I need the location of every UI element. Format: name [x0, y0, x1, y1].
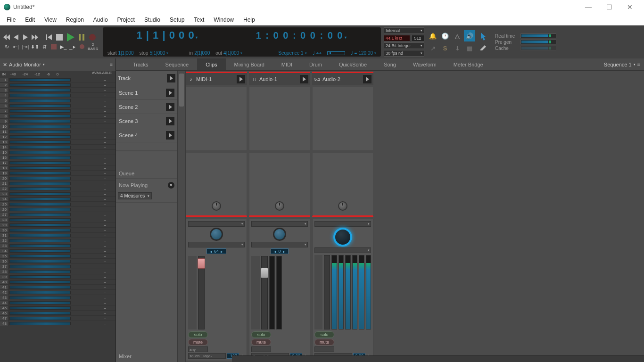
memory-cycle-button[interactable] [50, 43, 58, 50]
tab-drum[interactable]: Drum [301, 58, 330, 70]
mode-clock-icon[interactable]: 🕐 [439, 30, 451, 41]
tab-quickscribe[interactable]: QuickScribe [330, 58, 375, 70]
counter-out[interactable]: out 4|1|000▾ [215, 50, 242, 56]
tab-meter-bridge[interactable]: Meter Bridge [445, 58, 492, 70]
track-header-midi1[interactable]: ♪ MIDI-1 [186, 72, 247, 85]
sequence-selector[interactable]: Sequence 1▾≡ [600, 58, 644, 70]
rewind-button[interactable] [3, 33, 10, 41]
tempo-slider[interactable] [327, 51, 345, 55]
automation-mode[interactable] [251, 346, 271, 352]
mode-arrow-icon[interactable]: ↗ [427, 42, 438, 54]
automation-mode[interactable] [314, 346, 334, 352]
automation-mode[interactable]: any [188, 346, 208, 352]
close-button[interactable]: ✕ [619, 0, 640, 14]
mute-button[interactable]: mute [251, 339, 271, 346]
track-header-audio1[interactable]: ⎍ Audio-1 [249, 72, 310, 85]
mode-bell-icon[interactable]: 🔔 [427, 30, 438, 41]
pan-value[interactable]: 0 [271, 248, 288, 254]
link-button[interactable]: ⇵ [41, 43, 48, 50]
slave-sync-button[interactable]: ▶⎯ [59, 43, 67, 50]
countoff-button[interactable]: ⎯▶ [69, 43, 76, 50]
strip-insert-select[interactable]: ▾ [314, 247, 371, 253]
scene-play-button[interactable] [166, 117, 174, 125]
mode-metronome-icon[interactable]: △ [452, 30, 463, 41]
scene-row[interactable]: Scene 2 [116, 100, 177, 114]
pan-value[interactable]: 64 [206, 248, 226, 254]
strip-input-select[interactable]: ▾ [188, 221, 245, 227]
tab-mixing-board[interactable]: Mixing Board [226, 58, 273, 70]
clip-slot[interactable] [312, 87, 373, 151]
menu-text[interactable]: Text [189, 15, 209, 25]
sample-rate-select[interactable]: 44.1 kHz [384, 35, 410, 41]
step-back-button[interactable] [12, 33, 20, 41]
counter-start[interactable]: start 1|1|000 [107, 50, 133, 56]
track-play-button[interactable] [363, 75, 372, 83]
pan-knob[interactable] [273, 228, 286, 241]
track-play-button[interactable] [300, 75, 308, 83]
fader[interactable] [324, 255, 330, 329]
menu-view[interactable]: View [40, 15, 61, 25]
minimize-button[interactable]: ― [578, 0, 599, 14]
counter-sub[interactable]: 1 : 0 0 : 0 0 : 0 0▾ [256, 30, 347, 41]
clip-queue-slot[interactable] [186, 153, 247, 217]
bars-button[interactable]: 2BARS [88, 43, 98, 50]
fader-handle[interactable] [261, 268, 268, 278]
loop-button[interactable]: ↻ [3, 43, 10, 50]
counter-tempo[interactable]: ♩ = 120.00▾ [351, 50, 376, 56]
strip-input-select[interactable]: ▾ [314, 221, 371, 227]
menu-edit[interactable]: Edit [20, 15, 40, 25]
counter-timesig[interactable]: ♩4/4 [313, 50, 322, 56]
counter-main[interactable]: 1 | 1 | 0 0 0▾ [136, 29, 198, 41]
counter-stop[interactable]: stop 5|1|000▾ [139, 50, 168, 56]
scene-play-button[interactable] [166, 103, 174, 111]
mode-down-icon[interactable]: ⬇ [452, 42, 463, 54]
solo-button[interactable]: solo [188, 331, 208, 338]
tab-sequence[interactable]: Sequence [157, 58, 198, 70]
tab-midi[interactable]: MIDI [273, 58, 301, 70]
clip-gain-knob[interactable] [338, 201, 347, 211]
scene-play-button[interactable] [166, 131, 174, 140]
scene-play-all[interactable] [167, 74, 175, 82]
maximize-button[interactable]: ☐ [599, 0, 619, 14]
audio-monitor-dropdown[interactable]: ▾ [43, 63, 45, 66]
strip-insert-select[interactable]: ▾ [188, 242, 245, 247]
fader[interactable] [261, 256, 268, 329]
ffwd-button[interactable] [31, 33, 39, 41]
pan-knob[interactable] [210, 228, 223, 241]
clip-slot[interactable] [249, 87, 310, 151]
step-fwd-button[interactable] [22, 33, 29, 41]
panel-menu-icon[interactable]: ≡ [110, 62, 113, 67]
mute-button[interactable]: mute [314, 339, 334, 346]
auto-rewind-button[interactable]: ⇤| [12, 43, 20, 50]
tab-clips[interactable]: Clips [197, 58, 225, 70]
menu-help[interactable]: Help [239, 15, 260, 25]
scene-row[interactable]: Scene 4 [116, 128, 177, 142]
now-playing-close[interactable]: ✕ [168, 182, 174, 189]
scene-scrollbar[interactable] [177, 71, 186, 362]
buffer-size[interactable]: 512 [411, 35, 424, 41]
surround-pan-knob[interactable] [333, 228, 352, 247]
fps-select[interactable]: 30 fps nd▾ [384, 50, 424, 57]
menu-audio[interactable]: Audio [89, 15, 113, 25]
menu-studio[interactable]: Studio [140, 15, 165, 25]
click-button[interactable] [78, 43, 86, 50]
solo-button[interactable]: solo [314, 331, 334, 338]
counter-in[interactable]: in 2|1|000 [189, 50, 210, 56]
auto-punch-button[interactable]: |⇥| [22, 43, 29, 50]
clip-queue-slot[interactable] [312, 153, 373, 217]
pointer-tool[interactable] [480, 33, 487, 42]
stop-button[interactable] [55, 33, 64, 41]
measures-select[interactable]: 4 Measures▾ [118, 192, 152, 199]
scrollbar-thumb[interactable] [179, 74, 184, 107]
tab-song[interactable]: Song [375, 58, 405, 70]
tab-waveform[interactable]: Waveform [405, 58, 445, 70]
play-button[interactable] [66, 33, 75, 41]
pause-button[interactable] [77, 33, 86, 41]
mute-button[interactable]: mute [188, 339, 208, 346]
track-header-audio2[interactable]: 5.1 Audio-2 [312, 72, 373, 85]
track-play-button[interactable] [237, 75, 245, 83]
close-panel-icon[interactable]: ✕ [3, 62, 7, 68]
strip-input-select[interactable]: ▾ [251, 221, 308, 227]
menu-project[interactable]: Project [113, 15, 140, 25]
solo-button[interactable]: solo [251, 331, 271, 338]
